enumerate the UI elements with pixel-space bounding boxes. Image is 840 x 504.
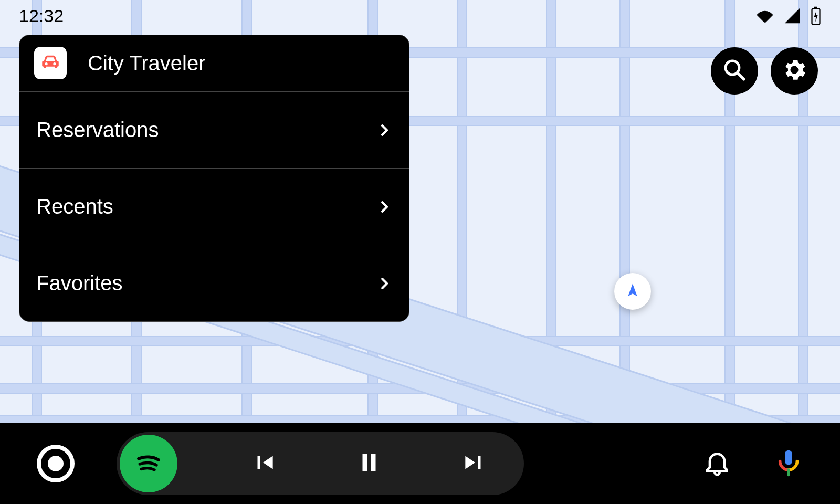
panel-header: City Traveler bbox=[19, 35, 409, 91]
app-menu-panel: City Traveler Reservations Recents Favor… bbox=[19, 35, 410, 322]
chevron-right-icon bbox=[376, 276, 392, 291]
status-bar: 12:32 bbox=[0, 0, 840, 32]
voice-assistant-button[interactable] bbox=[774, 448, 803, 479]
menu-item-label: Favorites bbox=[36, 271, 376, 295]
wifi-icon bbox=[756, 7, 774, 25]
svg-rect-5 bbox=[371, 454, 375, 471]
media-controls bbox=[117, 432, 524, 495]
menu-item-label: Recents bbox=[36, 195, 376, 218]
bell-icon bbox=[702, 448, 732, 479]
chevron-right-icon bbox=[376, 199, 392, 215]
svg-line-3 bbox=[738, 73, 744, 79]
spotify-icon bbox=[130, 444, 167, 483]
home-circle-icon bbox=[41, 456, 70, 471]
menu-item-recents[interactable]: Recents bbox=[19, 168, 409, 245]
notifications-button[interactable] bbox=[702, 448, 732, 479]
clock: 12:32 bbox=[19, 6, 64, 26]
home-button[interactable] bbox=[37, 445, 75, 482]
bottom-nav-bar bbox=[0, 423, 840, 504]
menu-item-label: Reservations bbox=[36, 118, 376, 142]
spotify-app-button[interactable] bbox=[120, 435, 177, 492]
skip-next-icon bbox=[461, 449, 487, 478]
svg-rect-1 bbox=[814, 7, 817, 9]
chevron-right-icon bbox=[376, 122, 392, 138]
next-track-button[interactable] bbox=[456, 449, 492, 478]
svg-rect-4 bbox=[363, 454, 368, 471]
signal-icon bbox=[783, 7, 801, 25]
menu-item-favorites[interactable]: Favorites bbox=[19, 245, 409, 321]
gear-icon bbox=[781, 56, 808, 86]
current-location-marker bbox=[614, 273, 651, 310]
menu-item-reservations[interactable]: Reservations bbox=[19, 91, 409, 168]
skip-previous-icon bbox=[251, 449, 277, 478]
svg-rect-6 bbox=[785, 450, 792, 465]
previous-track-button[interactable] bbox=[246, 449, 282, 478]
settings-button[interactable] bbox=[771, 47, 818, 94]
location-arrow-icon bbox=[625, 282, 640, 300]
app-icon bbox=[34, 47, 67, 79]
pause-icon bbox=[356, 449, 382, 478]
search-button[interactable] bbox=[711, 47, 758, 94]
assistant-mic-icon bbox=[774, 448, 803, 479]
search-icon bbox=[722, 57, 747, 85]
car-icon bbox=[39, 51, 61, 75]
app-title: City Traveler bbox=[88, 51, 206, 75]
play-pause-button[interactable] bbox=[351, 449, 387, 478]
battery-charging-icon bbox=[811, 6, 821, 25]
